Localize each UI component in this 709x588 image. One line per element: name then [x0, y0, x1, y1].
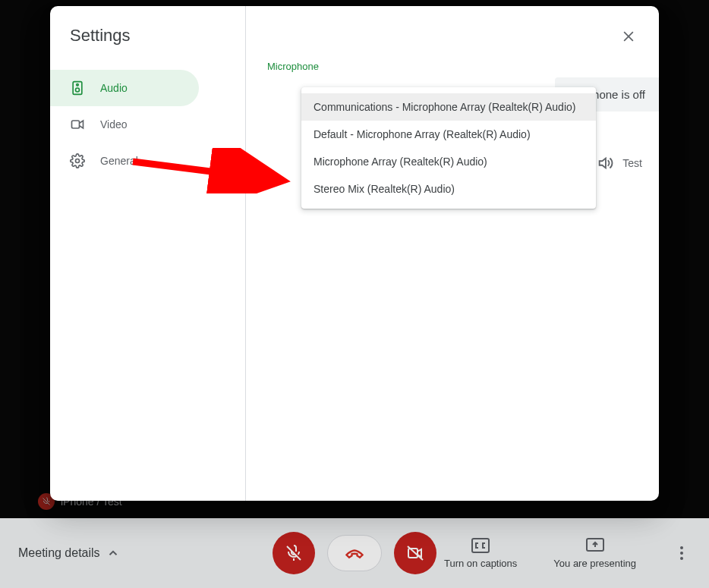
nav-label-general: General: [100, 155, 138, 167]
nav-label-video: Video: [100, 118, 128, 130]
chevron-up-icon: [106, 546, 120, 560]
svg-rect-5: [472, 539, 489, 552]
right-controls: Turn on captions You are presenting: [444, 538, 691, 569]
close-button[interactable]: [613, 21, 644, 52]
settings-content: Microphone icrophone is off Test: [246, 6, 659, 501]
settings-sidebar: Settings Audio Video General: [50, 6, 246, 501]
meeting-details-button[interactable]: Meeting details: [18, 546, 120, 560]
svg-rect-10: [72, 121, 80, 128]
settings-title: Settings: [50, 26, 245, 70]
hangup-button[interactable]: [327, 535, 382, 571]
mic-off-icon: [285, 544, 303, 562]
microphone-label: Microphone: [267, 61, 638, 72]
speaker-test-button[interactable]: Test: [597, 155, 642, 171]
microphone-dropdown: Communications - Microphone Array (Realt…: [301, 87, 596, 209]
nav-item-video[interactable]: Video: [50, 106, 199, 143]
present-icon: [586, 538, 604, 553]
more-options-button[interactable]: [673, 546, 691, 560]
camera-toggle-button[interactable]: [394, 532, 436, 574]
captions-label: Turn on captions: [444, 558, 517, 569]
phone-hangup-icon: [344, 542, 365, 564]
mic-option-default[interactable]: Default - Microphone Array (Realtek(R) A…: [301, 121, 596, 148]
nav-item-audio[interactable]: Audio: [50, 70, 199, 106]
gear-icon: [70, 153, 85, 168]
meeting-details-label: Meeting details: [18, 546, 100, 560]
close-icon: [621, 29, 636, 44]
mic-toggle-button[interactable]: [273, 532, 315, 574]
mic-option-stereo-mix[interactable]: Stereo Mix (Realtek(R) Audio): [301, 175, 596, 203]
call-controls: [273, 532, 436, 574]
nav-label-audio: Audio: [100, 82, 128, 94]
video-icon: [70, 117, 85, 132]
present-button[interactable]: You are presenting: [553, 538, 636, 569]
mic-option-communications[interactable]: Communications - Microphone Array (Realt…: [301, 93, 596, 121]
captions-icon: [471, 538, 490, 553]
camera-off-icon: [406, 544, 424, 562]
present-label: You are presenting: [553, 558, 636, 569]
test-label: Test: [622, 157, 642, 169]
volume-icon: [597, 155, 613, 171]
mic-option-mic-array[interactable]: Microphone Array (Realtek(R) Audio): [301, 148, 596, 175]
nav-item-general[interactable]: General: [50, 143, 199, 179]
captions-button[interactable]: Turn on captions: [444, 538, 517, 569]
settings-dialog: Settings Audio Video General Microphone …: [50, 6, 659, 501]
svg-point-8: [76, 88, 80, 92]
speaker-icon: [70, 80, 85, 96]
svg-point-11: [76, 159, 80, 163]
svg-point-9: [77, 84, 79, 86]
bottom-bar: Meeting details Turn on captions: [0, 518, 709, 588]
